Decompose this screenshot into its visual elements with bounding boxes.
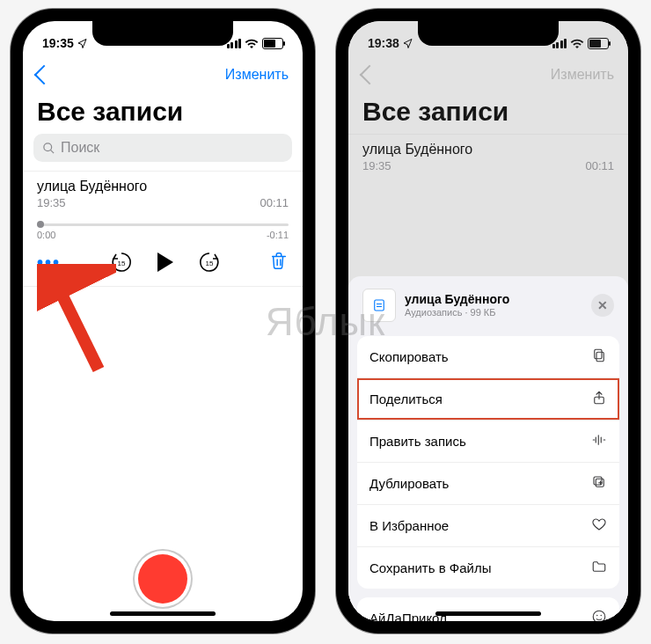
sheet-subtitle: Аудиозапись · 99 КБ: [405, 307, 582, 318]
close-button[interactable]: ✕: [591, 294, 614, 317]
sheet-item-save-files[interactable]: Сохранить в Файлы: [357, 547, 619, 589]
svg-rect-4: [375, 300, 384, 311]
sheet-menu-secondary: АйДаПрикол: [357, 597, 619, 621]
home-indicator[interactable]: [435, 611, 541, 616]
recording-name: улица Будённого: [362, 142, 614, 157]
back-button[interactable]: [37, 68, 51, 82]
svg-line-13: [53, 276, 99, 370]
duplicate-icon: [591, 474, 607, 493]
svg-point-12: [601, 615, 603, 617]
sheet-item-copy[interactable]: Скопировать: [357, 336, 619, 378]
sheet-item-label: В Избранное: [369, 518, 449, 533]
edit-button: Изменить: [551, 67, 614, 83]
skip-forward-15-button[interactable]: 15: [198, 251, 221, 274]
status-time: 19:38: [368, 36, 399, 50]
playback-scrubber[interactable]: 0:00 -0:11: [37, 223, 289, 240]
battery-icon: [262, 38, 283, 49]
copy-icon: [591, 348, 607, 366]
record-button[interactable]: [138, 554, 187, 604]
action-sheet: улица Будённого Аудиозапись · 99 КБ ✕ Ск…: [348, 276, 628, 621]
sheet-item-label: Дублировать: [369, 476, 449, 491]
heart-icon: [591, 516, 607, 535]
edit-button[interactable]: Изменить: [225, 67, 289, 83]
page-title: Все записи: [23, 93, 303, 134]
nav-bar: Изменить: [348, 56, 628, 93]
battery-icon: [588, 38, 609, 49]
svg-rect-6: [595, 349, 602, 359]
back-button[interactable]: [362, 68, 377, 82]
sheet-item-label: Поделиться: [369, 392, 443, 406]
search-input[interactable]: Поиск: [33, 134, 292, 162]
share-icon: [591, 390, 607, 408]
sheet-item-share[interactable]: Поделиться: [357, 378, 619, 421]
svg-rect-5: [596, 352, 603, 362]
sheet-item-favorite[interactable]: В Избранное: [357, 505, 619, 547]
remaining-time: -0:11: [267, 230, 289, 240]
page-title: Все записи: [348, 93, 628, 134]
sheet-menu-primary: Скопировать Поделиться Править запись Ду…: [357, 336, 619, 589]
wifi-icon: [245, 38, 259, 48]
status-time: 19:35: [42, 36, 74, 50]
waveform-icon: [591, 432, 607, 450]
svg-point-11: [596, 615, 598, 617]
wifi-icon: [570, 38, 584, 48]
sheet-thumbnail-icon: [362, 289, 396, 322]
search-icon: [42, 142, 55, 155]
nav-bar: Изменить: [23, 56, 303, 93]
recording-time: 19:35: [37, 196, 66, 209]
svg-text:15: 15: [205, 260, 213, 267]
recording-duration: 00:11: [260, 196, 289, 209]
home-indicator[interactable]: [110, 611, 216, 616]
sheet-item-duplicate[interactable]: Дублировать: [357, 463, 619, 505]
recording-duration: 00:11: [585, 159, 614, 172]
svg-text:15: 15: [117, 260, 125, 267]
delete-button[interactable]: [269, 251, 289, 274]
notch: [92, 21, 233, 46]
play-button[interactable]: [157, 252, 173, 272]
sheet-item-label: Сохранить в Файлы: [369, 560, 492, 575]
sheet-title: улица Будённого: [405, 292, 582, 307]
annotation-arrow: [37, 264, 116, 387]
sheet-item-label: Скопировать: [369, 349, 449, 364]
svg-line-1: [50, 150, 54, 153]
recording-row[interactable]: улица Будённого 19:35 00:11: [23, 171, 303, 213]
recording-time: 19:35: [362, 159, 391, 172]
svg-point-0: [44, 143, 52, 150]
location-icon: [77, 38, 88, 48]
sheet-item-app[interactable]: АйДаПрикол: [357, 597, 619, 621]
smile-icon: [591, 609, 607, 621]
location-icon: [403, 38, 413, 48]
recording-name: улица Будённого: [37, 179, 289, 194]
elapsed-time: 0:00: [37, 230, 55, 240]
notch: [418, 21, 559, 46]
phone-right: 19:38 Изменить Все записи улица Будён: [336, 9, 640, 633]
sheet-item-edit-recording[interactable]: Править запись: [357, 421, 619, 463]
search-placeholder: Поиск: [61, 140, 99, 156]
folder-icon: [591, 559, 607, 577]
recording-row: улица Будённого 19:35 00:11: [348, 134, 628, 176]
sheet-item-label: Править запись: [369, 434, 466, 449]
